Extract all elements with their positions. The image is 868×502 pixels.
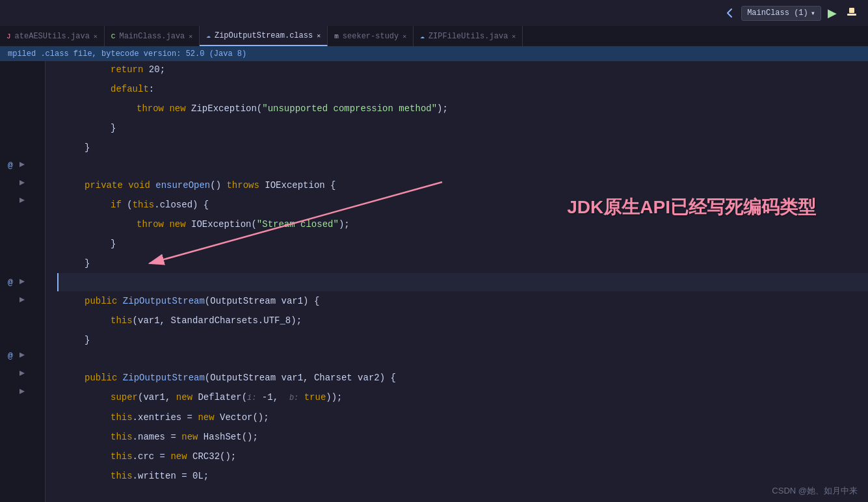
gutter-fold-8[interactable] — [18, 388, 26, 395]
code-gutter: @ @ @ — [0, 60, 46, 502]
code-line-21: this.crc = new CRC32(); — [59, 447, 868, 466]
code-line-3: throw new ZipException("unsupported comp… — [59, 99, 868, 118]
run-config-selector[interactable]: MainClass (1) ▾ — [741, 6, 821, 21]
code-line-20: this.names = new HashSet(); — [59, 427, 868, 447]
tab-zipoutputstream[interactable]: ☁ ZipOutputStream.class ✕ — [200, 26, 328, 46]
code-line-5: } — [59, 138, 868, 157]
tab-close-aeutils[interactable]: ✕ — [94, 33, 98, 40]
tab-label-zipoutputstream: ZipOutputStream.class — [215, 31, 313, 40]
code-line-13: public ZipOutputStream(OutputStream var1… — [59, 291, 868, 311]
run-config-label: MainClass (1) — [747, 8, 808, 18]
tab-icon-aeutils: J — [7, 33, 11, 40]
svg-rect-0 — [847, 14, 856, 16]
run-button[interactable]: ▶ — [825, 5, 839, 21]
tab-seeker[interactable]: m seeker-study ✕ — [328, 26, 414, 46]
svg-marker-4 — [20, 198, 25, 203]
tab-icon-zipfileutils: ☁ — [420, 32, 425, 40]
svg-marker-7 — [20, 352, 25, 358]
svg-marker-2 — [20, 162, 25, 167]
tab-label-aeutils: ateAESUtils.java — [15, 32, 90, 41]
tab-label-zipfileutils: ZIPFileUtils.java — [428, 32, 508, 41]
code-line-10: } — [59, 234, 868, 254]
tab-icon-seeker: m — [334, 33, 339, 40]
svg-marker-5 — [20, 279, 25, 284]
svg-marker-6 — [20, 297, 25, 302]
code-line-22: this.written = 0L; — [59, 466, 868, 486]
chevron-down-icon: ▾ — [811, 8, 815, 18]
tab-close-seeker[interactable]: ✕ — [402, 33, 406, 40]
code-line-14: this(var1, StandardCharsets.UTF_8); — [59, 311, 868, 330]
code-area[interactable]: return 20; default: throw new ZipExcepti… — [46, 60, 868, 502]
svg-marker-3 — [20, 180, 25, 185]
gutter-at-3: @ — [8, 351, 13, 361]
gutter-fold-6[interactable] — [18, 351, 26, 359]
gutter-at-2: @ — [8, 278, 13, 287]
tab-icon-mainclass: C — [111, 33, 116, 40]
gutter-fold-7[interactable] — [18, 369, 26, 377]
svg-rect-1 — [849, 8, 854, 13]
svg-marker-8 — [20, 371, 25, 376]
gutter-fold-3[interactable] — [18, 196, 26, 204]
annotation-text: JDK原生API已经写死编码类型 — [567, 195, 816, 220]
tab-close-mainclass[interactable]: ✕ — [189, 33, 192, 40]
gutter-fold-5[interactable] — [18, 296, 26, 304]
code-line-1: return 20; — [59, 60, 868, 79]
toolbar: MainClass (1) ▾ ▶ — [723, 0, 868, 26]
tab-label-mainclass: MainClass.java — [119, 32, 185, 41]
code-line-19: this.xentries = new Vector(); — [59, 408, 868, 427]
tab-close-zipoutputstream[interactable]: ✕ — [317, 32, 321, 40]
watermark: CSDN @她、如月中来 — [772, 485, 858, 497]
svg-marker-9 — [20, 389, 25, 394]
tab-label-seeker: seeker-study — [343, 32, 399, 41]
tab-close-zipfileutils[interactable]: ✕ — [512, 33, 516, 40]
gutter-at-1: @ — [8, 161, 13, 170]
code-line-4: } — [59, 118, 868, 138]
gutter-fold-2[interactable] — [18, 179, 26, 187]
code-line-12 — [59, 273, 868, 291]
code-line-17: public ZipOutputStream(OutputStream var1… — [59, 368, 868, 388]
code-line-18: super(var1, new Deflater(i: -1, b: true)… — [59, 388, 868, 408]
code-line-11: } — [59, 254, 868, 273]
build-button[interactable] — [843, 5, 860, 22]
code-line-15: } — [59, 330, 868, 350]
tab-icon-zipoutputstream: ☁ — [206, 31, 211, 40]
code-line-7: private void ensureOpen() throws IOExcep… — [59, 176, 868, 195]
gutter-fold-4[interactable] — [18, 278, 26, 285]
tab-bar: J ateAESUtils.java ✕ C MainClass.java ✕ … — [0, 26, 868, 47]
tab-zipfileutils[interactable]: ☁ ZIPFileUtils.java ✕ — [414, 26, 523, 46]
code-line-16 — [59, 350, 868, 368]
code-line-6 — [59, 157, 868, 176]
back-icon[interactable] — [723, 6, 737, 20]
code-line-2: default: — [59, 79, 868, 99]
bytecode-banner: mpiled .class file, bytecode version: 52… — [0, 47, 868, 61]
gutter-fold-1[interactable] — [18, 161, 26, 168]
tab-mainclass[interactable]: C MainClass.java ✕ — [105, 26, 200, 46]
tab-aeutils[interactable]: J ateAESUtils.java ✕ — [0, 26, 105, 46]
